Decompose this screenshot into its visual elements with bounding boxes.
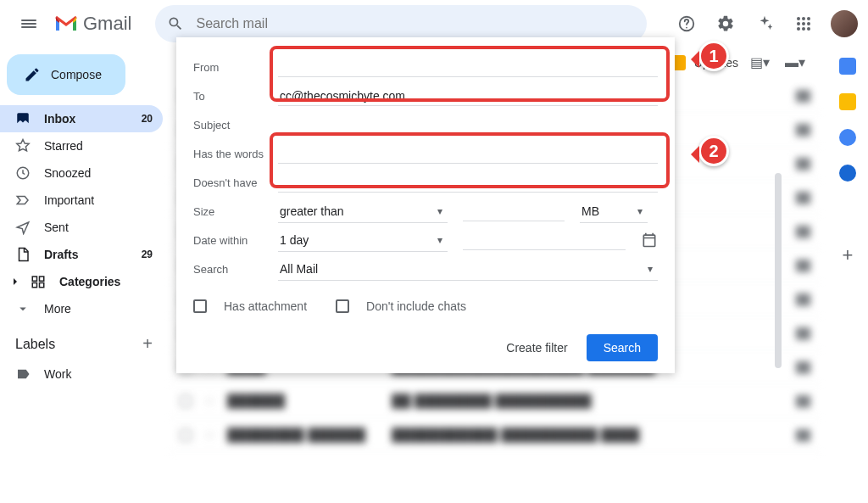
svg-point-2: [797, 17, 800, 20]
calendar-icon[interactable]: [641, 232, 658, 249]
search-icon: [167, 15, 184, 32]
sent-label: Sent: [44, 221, 69, 234]
filter-size-value-input[interactable]: [463, 201, 565, 221]
sent-icon: [15, 220, 31, 235]
tasks-app-icon[interactable]: [839, 129, 856, 146]
inbox-count: 20: [142, 113, 153, 125]
sidebar-label-work[interactable]: Work: [0, 360, 163, 388]
sidebar-item-sent[interactable]: Sent: [0, 214, 163, 241]
svg-point-8: [797, 27, 800, 31]
sidebar-item-snoozed[interactable]: Snoozed: [0, 159, 163, 187]
sidebar-item-inbox[interactable]: Inbox 20: [0, 105, 163, 132]
main-menu-button[interactable]: [10, 5, 47, 42]
filter-searchin-select[interactable]: All Mail: [278, 257, 658, 281]
svg-rect-12: [32, 277, 36, 281]
gmail-icon: [54, 14, 78, 33]
sidebar-item-important[interactable]: Important: [0, 187, 163, 214]
categories-icon: [31, 274, 46, 289]
search-button[interactable]: Search: [587, 334, 658, 361]
filter-to-label: To: [193, 90, 278, 103]
search-input[interactable]: [196, 16, 635, 31]
mail-row[interactable]: ☆████████ ████████ ████████████: [170, 384, 821, 418]
filter-subject-input[interactable]: [278, 115, 658, 135]
starred-label: Starred: [44, 139, 83, 153]
split-pane-toggle[interactable]: ▤▾: [750, 54, 770, 70]
important-label: Important: [44, 193, 94, 207]
density-toggle[interactable]: ▬▾: [785, 54, 805, 70]
no-chats-checkbox[interactable]: [336, 299, 349, 313]
svg-rect-15: [40, 283, 44, 288]
contacts-app-icon[interactable]: [839, 165, 856, 182]
svg-point-6: [802, 22, 805, 25]
filter-doesnthave-label: Doesn't have: [193, 176, 278, 189]
important-icon: [15, 193, 31, 208]
sidebar-item-categories[interactable]: Categories: [0, 268, 163, 295]
search-filter-panel: From To Subject Has the words Doesn't ha…: [176, 37, 675, 373]
filter-size-unit-select[interactable]: MB: [580, 199, 648, 223]
filter-size-op-select[interactable]: greater than: [278, 199, 448, 223]
gmail-logo[interactable]: Gmail: [54, 13, 131, 35]
annotation-callout-2: 2: [698, 136, 729, 166]
chevron-right-icon: [10, 277, 20, 287]
sidebar-item-drafts[interactable]: Drafts 29: [0, 241, 163, 268]
filter-to-input[interactable]: [278, 86, 658, 106]
filter-subject-label: Subject: [193, 119, 278, 131]
sidebar-item-more[interactable]: More: [0, 295, 163, 322]
chevron-down-icon: [15, 301, 31, 316]
svg-point-4: [807, 17, 810, 20]
no-chats-label: Don't include chats: [366, 299, 466, 313]
svg-rect-14: [32, 283, 36, 288]
scrollbar-thumb[interactable]: [775, 173, 782, 368]
pencil-icon: [24, 66, 41, 83]
annotation-callout-1: 1: [698, 41, 729, 71]
filter-haswords-input[interactable]: [278, 143, 658, 164]
filter-searchin-label: Search: [193, 263, 278, 276]
labels-header: Labels: [15, 337, 55, 352]
star-icon: [15, 138, 31, 154]
apps-icon[interactable]: [787, 7, 821, 41]
svg-point-10: [807, 27, 810, 31]
add-label-button[interactable]: +: [142, 334, 153, 354]
svg-point-5: [797, 22, 800, 25]
calendar-app-icon[interactable]: [839, 58, 856, 75]
has-attachment-label: Has attachment: [224, 299, 307, 313]
settings-icon[interactable]: [709, 7, 743, 41]
inbox-label: Inbox: [44, 112, 75, 126]
add-app-icon[interactable]: +: [843, 244, 854, 266]
create-filter-button[interactable]: Create filter: [506, 341, 567, 355]
drafts-icon: [15, 247, 31, 262]
filter-doesnthave-input[interactable]: [278, 172, 658, 193]
more-label: More: [44, 302, 71, 316]
gmail-logo-text: Gmail: [83, 13, 131, 35]
keep-app-icon[interactable]: [839, 93, 856, 110]
compose-label: Compose: [51, 68, 102, 81]
filter-from-label: From: [193, 61, 278, 74]
filter-from-input[interactable]: [278, 57, 658, 77]
filter-date-input[interactable]: [463, 230, 626, 250]
filter-haswords-label: Has the words: [193, 148, 278, 160]
drafts-count: 29: [142, 249, 153, 260]
filter-date-range-select[interactable]: 1 day: [278, 228, 448, 252]
inbox-icon: [15, 111, 31, 126]
work-label: Work: [44, 367, 71, 381]
has-attachment-checkbox[interactable]: [193, 299, 207, 313]
categories-label: Categories: [59, 275, 120, 288]
sidebar-item-starred[interactable]: Starred: [0, 132, 163, 159]
svg-point-1: [686, 27, 687, 29]
svg-point-9: [802, 27, 805, 31]
clock-icon: [15, 165, 31, 181]
svg-rect-13: [40, 277, 44, 281]
filter-date-label: Date within: [193, 234, 278, 247]
label-icon: [15, 366, 31, 382]
snoozed-label: Snoozed: [44, 166, 91, 180]
account-avatar[interactable]: [831, 10, 858, 37]
sparkle-icon[interactable]: [748, 7, 782, 41]
compose-button[interactable]: Compose: [7, 54, 125, 95]
mail-row[interactable]: ☆████████ █████████████████ ██████████ █…: [170, 418, 821, 452]
svg-point-3: [802, 17, 805, 20]
filter-size-label: Size: [193, 205, 278, 218]
drafts-label: Drafts: [44, 248, 78, 261]
help-icon[interactable]: [670, 7, 704, 41]
svg-point-7: [807, 22, 810, 25]
